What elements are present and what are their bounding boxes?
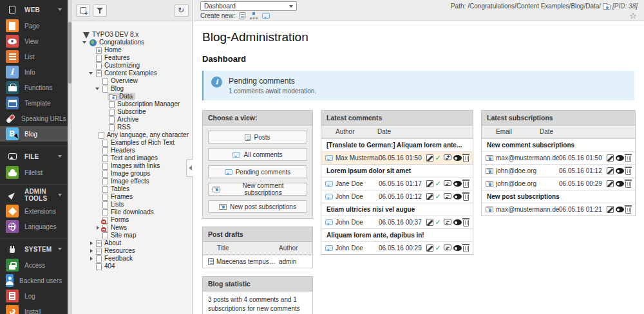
module-group-header[interactable]: ADMIN TOOLS — [0, 187, 68, 203]
delete-icon[interactable] — [463, 181, 469, 188]
edit-icon[interactable] — [607, 180, 614, 187]
module-item-list[interactable]: List — [0, 49, 68, 64]
tree-node-any-language-any-character[interactable]: Any language, any character — [75, 131, 191, 139]
tree-node-frames[interactable]: Frames — [75, 193, 191, 201]
edit-icon[interactable] — [426, 154, 433, 162]
new-category-icon[interactable] — [250, 12, 258, 19]
scrollbar-thumb[interactable] — [68, 22, 71, 84]
new-comment-icon[interactable] — [262, 13, 270, 19]
comment-toggle-icon[interactable] — [444, 193, 451, 199]
visibility-icon[interactable] — [453, 245, 462, 251]
edit-icon[interactable] — [607, 167, 614, 174]
tree-node-feedback[interactable]: Feedback — [75, 255, 191, 263]
tree-node-typo3-dev-8-x[interactable]: TYPO3 DEV 8.x — [75, 31, 191, 39]
tree-node-subscribe[interactable]: Subscribe — [75, 108, 191, 116]
edit-icon[interactable] — [426, 245, 433, 252]
tree-node-404[interactable]: 404 — [75, 263, 191, 270]
tree-node-headers[interactable]: Headers — [75, 147, 191, 154]
approve-icon[interactable] — [435, 154, 442, 162]
tree-node-home[interactable]: Home — [75, 46, 191, 54]
visibility-icon[interactable] — [453, 155, 462, 161]
module-item-functions[interactable]: Functions — [0, 80, 68, 95]
module-item-template[interactable]: Template — [0, 95, 68, 111]
visibility-icon[interactable] — [616, 155, 624, 161]
edit-icon[interactable] — [607, 154, 614, 162]
tree-node-resources[interactable]: Resources — [75, 247, 191, 255]
new-post-icon[interactable] — [240, 12, 245, 19]
approve-icon[interactable] — [435, 193, 442, 201]
new-comment-subscriptions-button[interactable]: New comment subscriptions — [208, 183, 307, 196]
tree-collapse-handle[interactable] — [186, 159, 193, 177]
tree-node-lists[interactable]: Lists — [75, 201, 191, 208]
approve-icon[interactable] — [435, 180, 442, 188]
tree-node-features[interactable]: Features — [75, 54, 191, 62]
approve-icon[interactable] — [435, 219, 442, 226]
edit-icon[interactable] — [607, 206, 614, 213]
delete-icon[interactable] — [463, 220, 469, 226]
comment-toggle-icon[interactable] — [444, 219, 451, 225]
delete-icon[interactable] — [625, 207, 631, 214]
new-page-button[interactable] — [76, 5, 90, 17]
delete-icon[interactable] — [463, 246, 469, 252]
module-item-info[interactable]: Info — [0, 64, 68, 80]
visibility-icon[interactable] — [616, 181, 624, 187]
module-bar-scrollbar[interactable] — [68, 0, 72, 314]
tree-node-site-map[interactable]: Site map — [75, 232, 191, 239]
tree-node-rss[interactable]: RSS — [75, 124, 191, 131]
pending-comments-button[interactable]: Pending comments — [208, 165, 307, 178]
comment-toggle-icon[interactable] — [444, 154, 451, 160]
module-item-log[interactable]: Log — [0, 288, 68, 304]
delete-icon[interactable] — [625, 156, 631, 162]
comment-toggle-icon[interactable] — [444, 245, 451, 250]
tree-node-customizing[interactable]: Customizing — [75, 62, 191, 69]
tree-node-blog[interactable]: Blog — [75, 85, 191, 93]
tree-node-file-downloads[interactable]: File downloads — [75, 208, 191, 216]
module-item-page[interactable]: Page — [0, 18, 68, 33]
tree-node-content-examples[interactable]: Content Examples — [75, 69, 191, 77]
visibility-icon[interactable] — [616, 168, 624, 174]
module-item-install[interactable]: Install — [0, 304, 68, 314]
tree-node-news[interactable]: News — [75, 224, 191, 232]
visibility-icon[interactable] — [453, 219, 462, 225]
tree-node-image-effects[interactable]: Image effects — [75, 178, 191, 185]
posts-button[interactable]: Posts — [208, 131, 307, 143]
tree-node-forms[interactable]: Forms — [75, 216, 191, 224]
tree-node-about[interactable]: About — [75, 239, 191, 247]
visibility-icon[interactable] — [453, 194, 462, 199]
tree-node-images-with-links[interactable]: Images with links — [75, 162, 191, 170]
module-item-backend-users[interactable]: Backend users — [0, 273, 68, 288]
edit-icon[interactable] — [426, 180, 433, 187]
module-item-filelist[interactable]: Filelist — [0, 165, 68, 180]
view-selector[interactable]: Dashboard — [200, 1, 297, 11]
module-item-view[interactable]: View — [0, 33, 68, 49]
tree-node-overview[interactable]: Overview — [75, 77, 191, 85]
module-item-extensions[interactable]: Extensions — [0, 203, 68, 219]
module-group-header[interactable]: SYSTEM — [0, 241, 68, 257]
delete-icon[interactable] — [463, 194, 469, 201]
visibility-icon[interactable] — [453, 181, 462, 187]
module-group-header[interactable]: WEB — [0, 1, 68, 18]
new-post-subscriptions-button[interactable]: New post subscriptions — [208, 200, 307, 213]
refresh-button[interactable] — [175, 5, 189, 17]
comment-toggle-icon[interactable] — [444, 180, 451, 186]
approve-icon[interactable] — [435, 245, 442, 252]
all-comments-button[interactable]: All comments — [208, 148, 307, 161]
bookmark-star-icon[interactable] — [629, 12, 638, 21]
tree-node-archive[interactable]: Archive — [75, 116, 191, 124]
delete-icon[interactable] — [625, 169, 631, 175]
tree-node-data[interactable]: Data — [75, 93, 191, 100]
module-group-header[interactable]: FILE — [0, 148, 68, 165]
edit-icon[interactable] — [426, 219, 433, 226]
edit-icon[interactable] — [426, 193, 433, 200]
tree-node-congratulations[interactable]: Congratulations — [75, 39, 191, 46]
filter-button[interactable] — [93, 5, 107, 17]
delete-icon[interactable] — [625, 181, 631, 188]
tree-node-image-groups[interactable]: Image groups — [75, 170, 191, 178]
delete-icon[interactable] — [463, 156, 469, 162]
module-item-speaking-urls[interactable]: Speaking URLs — [0, 111, 68, 126]
tree-node-examples-of-rich-text[interactable]: Examples of Rich Text — [75, 139, 191, 147]
tree-node-tables[interactable]: Tables — [75, 185, 191, 193]
visibility-icon[interactable] — [616, 207, 624, 212]
tree-node-subscription-manager[interactable]: Subscription Manager — [75, 100, 191, 108]
module-item-languages[interactable]: Languages — [0, 219, 68, 234]
